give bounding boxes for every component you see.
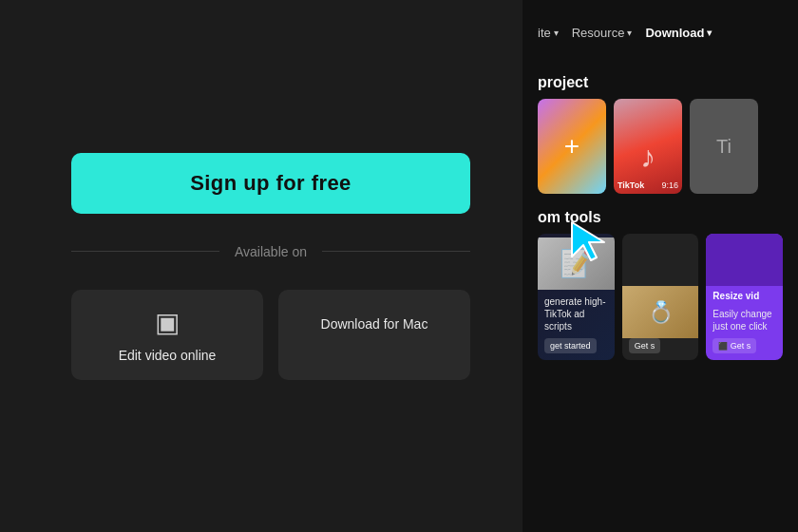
download-mac-label: Download for Mac (321, 316, 428, 332)
tool-card-jewelry[interactable]: 💍 Get s (622, 234, 699, 360)
nav-item-site[interactable]: ite ▾ (538, 26, 559, 40)
jewelry-icon: 💍 (648, 300, 674, 325)
nav-item-resource[interactable]: Resource ▾ (572, 26, 633, 40)
tool-card-resize[interactable]: Resize vid Easily change just one click … (706, 234, 783, 360)
tool-thumb-resize-bg (706, 234, 783, 286)
tool-card-jewelry-btn[interactable]: Get s (629, 338, 661, 353)
platform-buttons: ▣ Edit video online Download for Mac (71, 290, 470, 380)
tiktok-card-label: TikTok (618, 180, 644, 190)
thumb-tiktok-bg: ♪ (614, 99, 682, 194)
project-section-title: project (522, 65, 798, 99)
cursor-svg (568, 218, 610, 266)
tool-card-resize-btn[interactable]: ⬛ Get s (712, 338, 756, 353)
available-on-label: Available on (235, 244, 307, 259)
project-thumb-extra[interactable]: Ti (690, 99, 758, 194)
tiktok-duration-label: 9:16 (661, 180, 678, 190)
project-thumb-tiktok[interactable]: ♪ TikTok 9:16 (614, 99, 682, 194)
project-row: + ♪ TikTok 9:16 Ti (522, 99, 798, 205)
nav-item-download-chevron: ▾ (707, 28, 712, 38)
divider-row: Available on (71, 244, 470, 259)
nav-item-site-chevron: ▾ (554, 28, 559, 38)
tool-card-scripts-btn[interactable]: get started (544, 338, 597, 353)
signup-button[interactable]: Sign up for free (71, 153, 470, 214)
nav-item-resource-chevron: ▾ (627, 28, 632, 38)
add-icon: + (564, 131, 580, 162)
resize-btn-icon: ⬛ (718, 342, 728, 351)
tool-card-resize-title: Resize vid (706, 286, 783, 302)
tool-card-resize-text: Easily change just one click (706, 302, 783, 338)
download-mac-button[interactable]: Download for Mac (278, 290, 470, 380)
divider-line-right (322, 251, 470, 252)
extra-thumb-placeholder: Ti (716, 136, 732, 158)
nav-bar: ite ▾ Resource ▾ Download ▾ (522, 0, 798, 65)
project-add-card[interactable]: + (538, 99, 606, 194)
nav-item-download[interactable]: Download ▾ (645, 26, 712, 40)
edit-online-button[interactable]: ▣ Edit video online (71, 290, 263, 380)
left-panel: Sign up for free Available on ▣ Edit vid… (0, 0, 542, 532)
right-panel: ite ▾ Resource ▾ Download ▾ project + ♪ … (522, 0, 798, 532)
tools-section: om tools 📝 generate high- TikTok ad scri… (522, 205, 798, 364)
tool-thumb-jewelry-bg: 💍 (622, 286, 699, 338)
svg-marker-0 (572, 222, 604, 260)
tool-card-scripts-text: generate high- TikTok ad scripts (538, 290, 615, 338)
browser-icon: ▣ (155, 307, 180, 338)
divider-line-left (71, 251, 219, 252)
edit-online-label: Edit video online (119, 348, 217, 363)
